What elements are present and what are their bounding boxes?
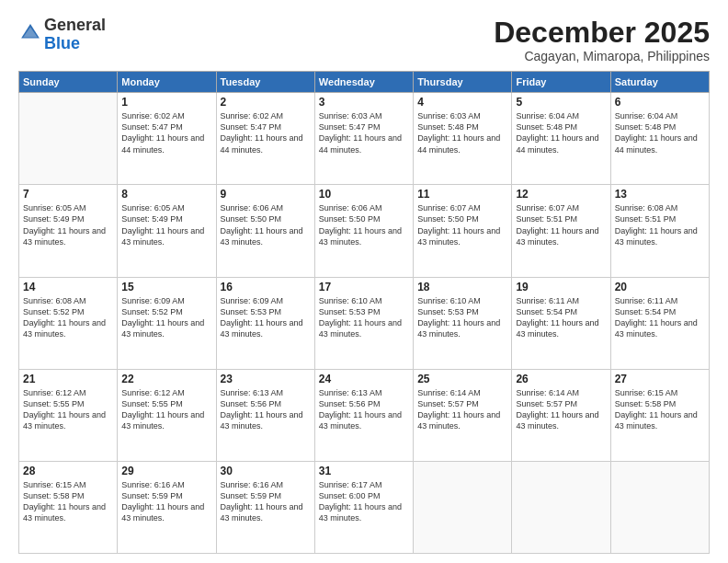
table-row: 12Sunrise: 6:07 AMSunset: 5:51 PMDayligh… — [512, 185, 610, 277]
day-info: Sunrise: 6:03 AMSunset: 5:48 PMDaylight:… — [417, 110, 507, 155]
table-row: 3Sunrise: 6:03 AMSunset: 5:47 PMDaylight… — [314, 93, 413, 185]
header-sunday: Sunday — [19, 72, 118, 93]
day-info: Sunrise: 6:04 AMSunset: 5:48 PMDaylight:… — [516, 110, 606, 155]
table-row: 22Sunrise: 6:12 AMSunset: 5:55 PMDayligh… — [118, 369, 216, 461]
day-info: Sunrise: 6:15 AMSunset: 5:58 PMDaylight:… — [615, 387, 705, 432]
calendar-week-row: 28Sunrise: 6:15 AMSunset: 5:58 PMDayligh… — [19, 461, 710, 553]
day-number: 5 — [516, 96, 606, 109]
day-info: Sunrise: 6:17 AMSunset: 6:00 PMDaylight:… — [319, 479, 409, 524]
table-row: 16Sunrise: 6:09 AMSunset: 5:53 PMDayligh… — [216, 277, 314, 369]
day-info: Sunrise: 6:15 AMSunset: 5:58 PMDaylight:… — [23, 479, 113, 524]
day-info: Sunrise: 6:08 AMSunset: 5:51 PMDaylight:… — [615, 202, 705, 247]
header-monday: Monday — [118, 72, 216, 93]
day-number: 31 — [319, 465, 409, 477]
table-row: 17Sunrise: 6:10 AMSunset: 5:53 PMDayligh… — [314, 277, 413, 369]
day-number: 14 — [23, 281, 113, 293]
day-info: Sunrise: 6:13 AMSunset: 5:56 PMDaylight:… — [221, 387, 311, 432]
header-saturday: Saturday — [610, 72, 709, 93]
day-info: Sunrise: 6:16 AMSunset: 5:59 PMDaylight:… — [221, 479, 311, 524]
day-info: Sunrise: 6:07 AMSunset: 5:50 PMDaylight:… — [417, 202, 507, 247]
day-info: Sunrise: 6:12 AMSunset: 5:55 PMDaylight:… — [23, 387, 113, 432]
day-info: Sunrise: 6:05 AMSunset: 5:49 PMDaylight:… — [23, 202, 113, 247]
table-row: 4Sunrise: 6:03 AMSunset: 5:48 PMDaylight… — [414, 93, 512, 185]
day-number: 22 — [121, 373, 211, 385]
day-info: Sunrise: 6:10 AMSunset: 5:53 PMDaylight:… — [319, 295, 409, 340]
table-row — [414, 461, 512, 553]
calendar-week-row: 1Sunrise: 6:02 AMSunset: 5:47 PMDaylight… — [19, 93, 710, 185]
day-number: 23 — [221, 373, 311, 385]
day-info: Sunrise: 6:03 AMSunset: 5:47 PMDaylight:… — [319, 110, 409, 155]
day-info: Sunrise: 6:10 AMSunset: 5:53 PMDaylight:… — [417, 295, 507, 340]
day-number: 12 — [516, 188, 606, 201]
day-number: 13 — [615, 188, 705, 201]
day-info: Sunrise: 6:04 AMSunset: 5:48 PMDaylight:… — [615, 110, 705, 155]
table-row: 11Sunrise: 6:07 AMSunset: 5:50 PMDayligh… — [414, 185, 512, 277]
day-number: 19 — [516, 281, 606, 293]
day-info: Sunrise: 6:02 AMSunset: 5:47 PMDaylight:… — [121, 110, 211, 155]
table-row: 25Sunrise: 6:14 AMSunset: 5:57 PMDayligh… — [414, 369, 512, 461]
day-info: Sunrise: 6:11 AMSunset: 5:54 PMDaylight:… — [615, 295, 705, 340]
logo-blue: Blue — [44, 34, 80, 52]
day-info: Sunrise: 6:05 AMSunset: 5:49 PMDaylight:… — [121, 202, 211, 247]
day-info: Sunrise: 6:14 AMSunset: 5:57 PMDaylight:… — [516, 387, 606, 432]
day-number: 26 — [516, 373, 606, 385]
header-tuesday: Tuesday — [216, 72, 314, 93]
table-row: 8Sunrise: 6:05 AMSunset: 5:49 PMDaylight… — [118, 185, 216, 277]
calendar-week-row: 14Sunrise: 6:08 AMSunset: 5:52 PMDayligh… — [19, 277, 710, 369]
calendar-week-row: 7Sunrise: 6:05 AMSunset: 5:49 PMDaylight… — [19, 185, 710, 277]
day-info: Sunrise: 6:07 AMSunset: 5:51 PMDaylight:… — [516, 202, 606, 247]
table-row — [19, 93, 118, 185]
table-row: 19Sunrise: 6:11 AMSunset: 5:54 PMDayligh… — [512, 277, 610, 369]
table-row — [512, 461, 610, 553]
logo-text: General Blue — [44, 17, 106, 53]
day-number: 8 — [121, 188, 211, 201]
header: General Blue December 2025 Cagayan, Mima… — [18, 17, 710, 63]
day-info: Sunrise: 6:08 AMSunset: 5:52 PMDaylight:… — [23, 295, 113, 340]
day-number: 9 — [221, 188, 311, 201]
day-number: 29 — [121, 465, 211, 477]
table-row: 30Sunrise: 6:16 AMSunset: 5:59 PMDayligh… — [216, 461, 314, 553]
day-info: Sunrise: 6:13 AMSunset: 5:56 PMDaylight:… — [319, 387, 409, 432]
calendar-week-row: 21Sunrise: 6:12 AMSunset: 5:55 PMDayligh… — [19, 369, 710, 461]
day-info: Sunrise: 6:14 AMSunset: 5:57 PMDaylight:… — [417, 387, 507, 432]
table-row: 26Sunrise: 6:14 AMSunset: 5:57 PMDayligh… — [512, 369, 610, 461]
table-row: 10Sunrise: 6:06 AMSunset: 5:50 PMDayligh… — [314, 185, 413, 277]
day-info: Sunrise: 6:12 AMSunset: 5:55 PMDaylight:… — [121, 387, 211, 432]
table-row: 20Sunrise: 6:11 AMSunset: 5:54 PMDayligh… — [610, 277, 709, 369]
day-number: 7 — [23, 188, 113, 201]
table-row: 29Sunrise: 6:16 AMSunset: 5:59 PMDayligh… — [118, 461, 216, 553]
logo-general: General — [44, 16, 106, 34]
day-number: 16 — [221, 281, 311, 293]
day-number: 4 — [417, 96, 507, 109]
subtitle: Cagayan, Mimaropa, Philippines — [494, 49, 710, 63]
day-info: Sunrise: 6:06 AMSunset: 5:50 PMDaylight:… — [319, 202, 409, 247]
table-row: 24Sunrise: 6:13 AMSunset: 5:56 PMDayligh… — [314, 369, 413, 461]
table-row: 28Sunrise: 6:15 AMSunset: 5:58 PMDayligh… — [19, 461, 118, 553]
day-number: 6 — [615, 96, 705, 109]
logo: General Blue — [18, 17, 106, 53]
logo-icon — [20, 23, 40, 43]
table-row — [610, 461, 709, 553]
table-row: 27Sunrise: 6:15 AMSunset: 5:58 PMDayligh… — [610, 369, 709, 461]
month-title: December 2025 — [494, 17, 710, 49]
day-info: Sunrise: 6:02 AMSunset: 5:47 PMDaylight:… — [221, 110, 311, 155]
calendar-table: Sunday Monday Tuesday Wednesday Thursday… — [18, 71, 710, 554]
table-row: 6Sunrise: 6:04 AMSunset: 5:48 PMDaylight… — [610, 93, 709, 185]
table-row: 1Sunrise: 6:02 AMSunset: 5:47 PMDaylight… — [118, 93, 216, 185]
day-number: 11 — [417, 188, 507, 201]
day-number: 3 — [319, 96, 409, 109]
day-number: 28 — [23, 465, 113, 477]
table-row: 13Sunrise: 6:08 AMSunset: 5:51 PMDayligh… — [610, 185, 709, 277]
table-row: 5Sunrise: 6:04 AMSunset: 5:48 PMDaylight… — [512, 93, 610, 185]
day-number: 27 — [615, 373, 705, 385]
title-block: December 2025 Cagayan, Mimaropa, Philipp… — [494, 17, 710, 63]
day-number: 25 — [417, 373, 507, 385]
day-number: 17 — [319, 281, 409, 293]
table-row: 7Sunrise: 6:05 AMSunset: 5:49 PMDaylight… — [19, 185, 118, 277]
header-friday: Friday — [512, 72, 610, 93]
day-number: 2 — [221, 96, 311, 109]
table-row: 31Sunrise: 6:17 AMSunset: 6:00 PMDayligh… — [314, 461, 413, 553]
day-number: 18 — [417, 281, 507, 293]
day-number: 15 — [121, 281, 211, 293]
table-row: 2Sunrise: 6:02 AMSunset: 5:47 PMDaylight… — [216, 93, 314, 185]
